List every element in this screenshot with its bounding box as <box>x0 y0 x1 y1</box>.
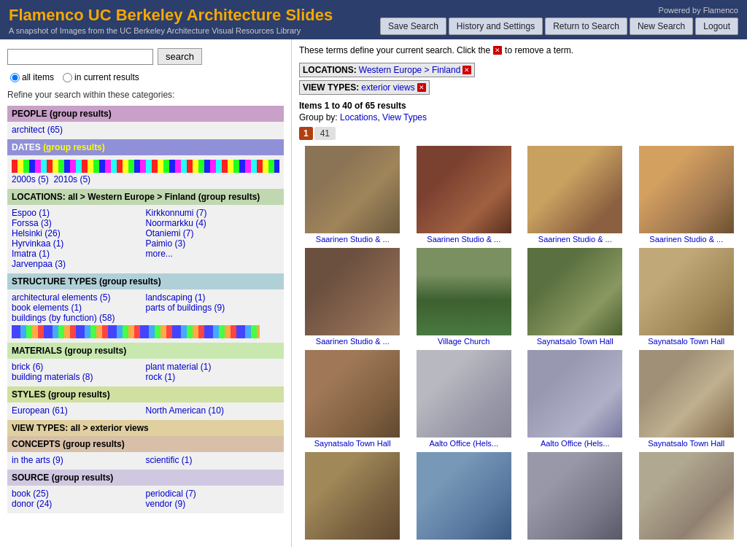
espoo-link[interactable]: Espoo (1) <box>12 208 50 218</box>
vendor-link[interactable]: vendor (9) <box>146 499 186 509</box>
source-category: SOURCE (group results) book (25) donor (… <box>7 470 284 513</box>
remove-locations-filter[interactable]: ✕ <box>462 66 471 74</box>
image-caption-1: Saarinen Studio & ... <box>316 235 390 244</box>
image-caption-5: Saarinen Studio & ... <box>316 337 390 346</box>
jarvenpaa-link[interactable]: Jarvenpaa (3) <box>12 259 66 269</box>
helsinki-link[interactable]: Helsinki (26) <box>12 228 61 238</box>
paimio-link[interactable]: Paimio (3) <box>146 238 186 249</box>
book-elements-link[interactable]: book elements (1) <box>12 303 82 313</box>
view-types-filter-tag: VIEW TYPES: exterior views ✕ <box>299 80 430 95</box>
dates-2010s[interactable]: 2010s (5) <box>53 174 90 184</box>
group-by-view-types[interactable]: View Types <box>382 112 427 122</box>
plant-material-link[interactable]: plant material (1) <box>146 362 212 372</box>
european-link[interactable]: European (61) <box>12 405 68 416</box>
scientific-link[interactable]: scientific (1) <box>146 455 193 465</box>
styles-label: STYLES <box>12 389 46 400</box>
otaniemi-link[interactable]: Otaniemi (7) <box>146 228 194 238</box>
source-group-results[interactable]: (group results) <box>52 472 114 483</box>
return-to-search-button[interactable]: Return to Search <box>545 18 627 35</box>
search-button[interactable]: search <box>158 48 202 65</box>
locations-filter-value: Western Europe > Finland <box>359 65 461 75</box>
locations-all-link[interactable]: all <box>68 192 77 202</box>
image-item-15[interactable] <box>522 452 629 541</box>
hyrvinkaa-link[interactable]: Hyrvinkaa (1) <box>12 238 63 249</box>
materials-group-results[interactable]: (group results) <box>64 346 126 356</box>
locations-western-europe[interactable]: Western Europe <box>88 192 155 202</box>
logout-button[interactable]: Logout <box>695 18 738 35</box>
all-items-option[interactable]: all items <box>10 72 54 82</box>
buildings-link[interactable]: buildings (by function) (58) <box>12 313 115 323</box>
remove-term-icon[interactable]: ✕ <box>493 46 502 55</box>
search-options: all items in current results <box>7 72 284 82</box>
kirkkonnumi-link[interactable]: Kirkkonnumi (7) <box>146 208 207 218</box>
landscaping-link[interactable]: landscaping (1) <box>146 292 206 303</box>
structure-types-columns: architectural elements (5) book elements… <box>12 292 279 323</box>
page-1-button[interactable]: 1 <box>299 127 313 140</box>
current-results-option[interactable]: in current results <box>63 72 139 82</box>
group-by-locations[interactable]: Locations <box>340 112 377 122</box>
header: Flamenco UC Berkeley Architecture Slides… <box>0 0 747 39</box>
people-group-results[interactable]: (group results) <box>50 109 112 119</box>
page-41-button[interactable]: 41 <box>314 127 336 140</box>
search-terms-suffix: to remove a term. <box>505 45 573 55</box>
image-thumb-2 <box>417 146 511 233</box>
structure-types-category: STRUCTURE TYPES (group results) architec… <box>7 273 284 343</box>
image-item-11[interactable]: Aalto Office (Hels... <box>522 350 629 448</box>
image-item-16[interactable] <box>633 452 740 541</box>
people-architect-link[interactable]: architect (65) <box>12 125 63 135</box>
image-item-5[interactable]: Saarinen Studio & ... <box>299 248 406 346</box>
view-types-filter-value: exterior views <box>361 82 414 93</box>
new-search-button[interactable]: New Search <box>630 18 693 35</box>
dates-group-results[interactable]: (group results) <box>43 142 105 152</box>
brick-link[interactable]: brick (6) <box>12 362 43 372</box>
group-by: Group by: Locations, View Types <box>299 112 740 122</box>
north-american-link[interactable]: North American (10) <box>146 405 224 416</box>
concepts-group-results[interactable]: (group results) <box>63 439 125 449</box>
image-item-14[interactable] <box>411 452 518 541</box>
image-item-4[interactable]: Saarinen Studio & ... <box>633 146 740 244</box>
donor-link[interactable]: donor (24) <box>12 499 52 509</box>
image-item-2[interactable]: Saarinen Studio & ... <box>411 146 518 244</box>
styles-group-results[interactable]: (group results) <box>48 389 110 400</box>
image-caption-11: Aalto Office (Hels... <box>541 439 610 448</box>
view-types-all-link[interactable]: all <box>71 423 80 433</box>
header-left: Flamenco UC Berkeley Architecture Slides… <box>9 6 333 35</box>
structure-types-group-results[interactable]: (group results) <box>99 276 161 287</box>
locations-group-results[interactable]: (group results) <box>198 192 260 202</box>
structure-col1: architectural elements (5) book elements… <box>12 292 146 323</box>
source-label: SOURCE <box>12 472 49 483</box>
image-item-12[interactable]: Saynatsalo Town Hall <box>633 350 740 448</box>
save-search-button[interactable]: Save Search <box>380 18 446 35</box>
image-item-13[interactable] <box>299 452 406 541</box>
image-item-9[interactable]: Saynatsalo Town Hall <box>299 350 406 448</box>
materials-body: brick (6) building materials (8) plant m… <box>7 359 284 386</box>
app-title: Flamenco UC Berkeley Architecture Slides <box>9 6 333 25</box>
image-item-6[interactable]: Village Church <box>411 248 518 346</box>
arch-elements-link[interactable]: architectural elements (5) <box>12 292 110 303</box>
book-link[interactable]: book (25) <box>12 489 49 499</box>
image-item-10[interactable]: Aalto Office (Hels... <box>411 350 518 448</box>
parts-buildings-link[interactable]: parts of buildings (9) <box>146 303 225 313</box>
history-settings-button[interactable]: History and Settings <box>449 18 543 35</box>
locations-more-link[interactable]: more... <box>146 249 173 259</box>
remove-view-types-filter[interactable]: ✕ <box>417 83 426 92</box>
forssa-link[interactable]: Forssa (3) <box>12 218 52 228</box>
rock-link[interactable]: rock (1) <box>146 372 176 382</box>
image-thumb-7 <box>527 248 622 335</box>
locations-col1: Espoo (1) Forssa (3) Helsinki (26) Hyrvi… <box>12 208 146 269</box>
image-item-1[interactable]: Saarinen Studio & ... <box>299 146 406 244</box>
image-item-7[interactable]: Saynatsalo Town Hall <box>522 248 629 346</box>
image-item-8[interactable]: Saynatsalo Town Hall <box>633 248 740 346</box>
building-materials-link[interactable]: building materials (8) <box>12 372 93 382</box>
imatra-link[interactable]: Imatra (1) <box>12 249 50 259</box>
in-arts-link[interactable]: in the arts (9) <box>12 455 63 465</box>
dates-2000s[interactable]: 2000s (5) <box>12 174 49 184</box>
periodical-link[interactable]: periodical (7) <box>146 489 196 499</box>
view-types-filter-label: VIEW TYPES: <box>303 82 359 93</box>
image-item-3[interactable]: Saarinen Studio & ... <box>522 146 629 244</box>
people-body: architect (65) <box>7 122 284 139</box>
locations-columns: Espoo (1) Forssa (3) Helsinki (26) Hyrvi… <box>12 208 279 269</box>
search-input[interactable] <box>7 49 153 65</box>
noormarkku-link[interactable]: Noormarkku (4) <box>146 218 206 228</box>
image-caption-9: Saynatsalo Town Hall <box>314 439 391 448</box>
